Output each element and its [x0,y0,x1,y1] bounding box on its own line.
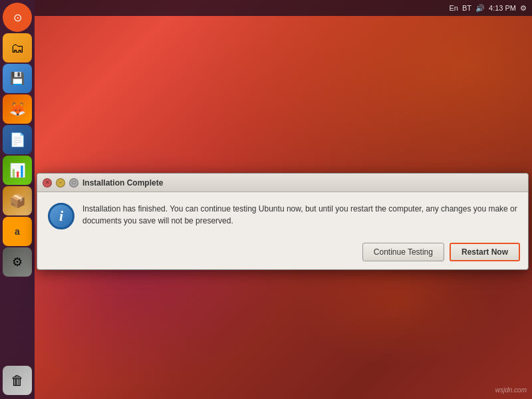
watermark: wsjdn.com [495,386,527,394]
continue-testing-button[interactable]: Continue Testing [362,243,444,261]
bluetooth-indicator[interactable]: BT [462,4,471,12]
launcher-icon-calc[interactable]: 📊 [3,156,32,185]
info-icon: i [48,203,74,229]
launcher: ⊙ 🗂 💾 🦊 📄 📊 📦 a [0,0,35,399]
dialog-title: Installation Complete [82,178,523,188]
installation-complete-dialog: ✕ − □ Installation Complete i Installati… [37,173,529,270]
topbar: En BT 🔊 4:13 PM ⚙ [35,0,532,16]
system-settings-icon[interactable]: ⚙ [520,4,527,13]
dialog-titlebar: ✕ − □ Installation Complete [37,174,528,192]
clock: 4:13 PM [489,4,516,12]
launcher-icon-files[interactable]: 🗂 [3,33,32,63]
launcher-icon-amazon[interactable]: a [3,217,32,246]
launcher-icon-trash[interactable]: 🗑 [3,366,32,395]
launcher-icon-settings[interactable]: ⚙ [3,247,32,277]
launcher-icon-drive[interactable]: 💾 [3,64,32,93]
desktop: ⊙ 🗂 💾 🦊 📄 📊 📦 a [0,0,532,399]
dialog-message: Installation has finished. You can conti… [82,203,517,227]
dialog-content: i Installation has finished. You can con… [37,192,528,237]
keyboard-indicator[interactable]: En [450,4,458,12]
dialog-maximize-button[interactable]: □ [69,178,78,188]
launcher-icon-writer[interactable]: 📄 [3,125,32,154]
dialog-minimize-button[interactable]: − [56,178,65,188]
launcher-icon-firefox[interactable]: 🦊 [3,94,32,124]
launcher-icon-package[interactable]: 📦 [3,186,32,215]
launcher-icon-ubuntu[interactable]: ⊙ [3,3,32,32]
dialog-close-button[interactable]: ✕ [43,178,52,188]
dialog-buttons: Continue Testing Restart Now [37,237,528,269]
restart-now-button[interactable]: Restart Now [450,243,520,261]
volume-indicator[interactable]: 🔊 [475,4,485,13]
